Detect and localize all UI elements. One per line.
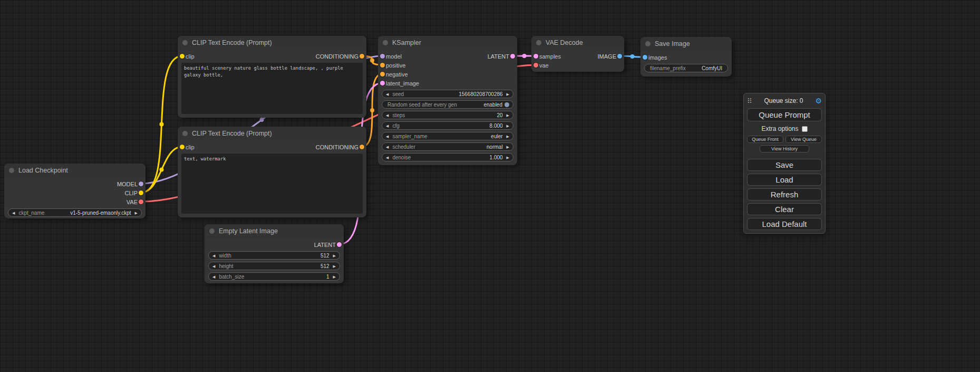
node-ksampler[interactable]: KSampler model LATENT positive negative … [378, 36, 517, 165]
node-empty-latent-image[interactable]: Empty Latent Image LATENT ◀ width 512 ▶ … [205, 224, 344, 283]
menu-drag-handle-icon[interactable]: ⠿ [747, 97, 752, 105]
collapse-dot-icon[interactable] [645, 41, 651, 46]
increment-arrow-icon[interactable]: ▶ [333, 275, 336, 279]
input-port-images[interactable] [643, 55, 647, 60]
input-label-vae: vae [539, 62, 549, 69]
collapse-dot-icon[interactable] [182, 131, 188, 136]
widget-value: enabled [483, 102, 502, 108]
increment-arrow-icon[interactable]: ▶ [507, 135, 509, 138]
load-button[interactable]: Load [747, 174, 822, 186]
collapse-dot-icon[interactable] [9, 168, 14, 173]
node-title-bar[interactable]: Empty Latent Image [205, 224, 344, 238]
toggle-indicator-icon[interactable] [504, 102, 509, 107]
input-port-clip[interactable] [180, 54, 185, 59]
graph-canvas[interactable]: Load Checkpoint MODEL CLIP VAE ◀ ckpt_na… [0, 0, 980, 372]
decrement-arrow-icon[interactable]: ◀ [386, 113, 389, 117]
node-title: Save Image [655, 40, 690, 47]
widget-batch-size[interactable]: ◀ batch_size 1 ▶ [208, 272, 340, 281]
widget-ckpt-name[interactable]: ◀ ckpt_name v1-5-pruned-emaonly.ckpt ▶ [8, 208, 142, 217]
view-queue-button[interactable]: View Queue [785, 136, 822, 143]
increment-arrow-icon[interactable]: ▶ [135, 211, 138, 215]
node-title-bar[interactable]: CLIP Text Encode (Prompt) [178, 36, 366, 50]
input-label-clip: clip [186, 144, 195, 150]
settings-gear-icon[interactable]: ⚙ [815, 97, 822, 105]
increment-arrow-icon[interactable]: ▶ [333, 254, 336, 257]
increment-arrow-icon[interactable]: ▶ [507, 113, 509, 117]
decrement-arrow-icon[interactable]: ◀ [386, 145, 389, 149]
collapse-dot-icon[interactable] [182, 40, 188, 45]
output-port-latent[interactable] [337, 242, 342, 247]
widget-denoise[interactable]: ◀ denoise 1.000 ▶ [382, 153, 513, 161]
widget-random-seed-toggle[interactable]: Random seed after every gen enabled [382, 100, 513, 109]
widget-filename-prefix[interactable]: filename_prefix ComfyUI [644, 64, 728, 72]
link-midpoint-dot [160, 122, 164, 127]
queue-front-button[interactable]: Queue Front [747, 136, 783, 143]
output-port-vae[interactable] [139, 199, 143, 204]
output-port-image[interactable] [617, 54, 622, 59]
increment-arrow-icon[interactable]: ▶ [507, 145, 509, 149]
output-port-latent[interactable] [510, 54, 515, 59]
port-row: positive [378, 61, 517, 70]
node-title-bar[interactable]: CLIP Text Encode (Prompt) [178, 127, 366, 140]
widget-value: normal [487, 144, 503, 150]
increment-arrow-icon[interactable]: ▶ [507, 124, 509, 128]
extra-options-checkbox[interactable] [802, 126, 808, 132]
decrement-arrow-icon[interactable]: ◀ [386, 124, 389, 128]
node-title-bar[interactable]: Load Checkpoint [4, 164, 145, 177]
port-row: CLIP [4, 188, 145, 197]
node-load-checkpoint[interactable]: Load Checkpoint MODEL CLIP VAE ◀ ckpt_na… [4, 164, 145, 218]
widget-name: ckpt_name [18, 210, 44, 216]
widget-seed[interactable]: ◀ seed 156680208700286 ▶ [382, 90, 513, 98]
decrement-arrow-icon[interactable]: ◀ [212, 254, 215, 257]
node-title-bar[interactable]: KSampler [378, 36, 517, 50]
output-port-conditioning[interactable] [360, 54, 364, 59]
widget-steps[interactable]: ◀ steps 20 ▶ [382, 111, 513, 119]
view-history-button[interactable]: View History [760, 145, 809, 152]
input-port-model[interactable] [380, 54, 385, 59]
decrement-arrow-icon[interactable]: ◀ [12, 211, 15, 215]
output-port-model[interactable] [139, 182, 143, 186]
node-title-bar[interactable]: VAE Decode [531, 36, 624, 50]
output-port-clip[interactable] [139, 190, 143, 195]
node-clip-text-encode-positive[interactable]: CLIP Text Encode (Prompt) clip CONDITION… [178, 36, 366, 118]
node-title-bar[interactable]: Save Image [641, 37, 732, 51]
collapse-dot-icon[interactable] [209, 228, 215, 234]
refresh-button[interactable]: Refresh [747, 188, 822, 201]
node-vae-decode[interactable]: VAE Decode samples IMAGE vae [531, 36, 624, 72]
input-port-latent-image[interactable] [380, 81, 385, 85]
decrement-arrow-icon[interactable]: ◀ [386, 156, 389, 159]
save-button[interactable]: Save [747, 159, 822, 171]
node-clip-text-encode-negative[interactable]: CLIP Text Encode (Prompt) clip CONDITION… [178, 127, 366, 217]
widget-scheduler[interactable]: ◀ scheduler normal ▶ [382, 142, 513, 151]
input-port-clip[interactable] [180, 145, 185, 149]
input-port-samples[interactable] [533, 54, 538, 59]
node-save-image[interactable]: Save Image images filename_prefix ComfyU… [641, 37, 732, 77]
input-port-negative[interactable] [380, 72, 385, 77]
positive-prompt-textarea[interactable]: beautiful scenery nature glass bottle la… [181, 63, 363, 114]
collapse-dot-icon[interactable] [536, 40, 541, 45]
decrement-arrow-icon[interactable]: ◀ [386, 92, 389, 96]
port-row: MODEL [4, 179, 145, 188]
decrement-arrow-icon[interactable]: ◀ [386, 135, 389, 138]
link-midpoint-dot [160, 168, 164, 172]
decrement-arrow-icon[interactable]: ◀ [212, 264, 215, 268]
widget-height[interactable]: ◀ height 512 ▶ [208, 262, 340, 270]
queue-size-label: Queue size: 0 [752, 97, 816, 104]
widget-sampler-name[interactable]: ◀ sampler_name euler ▶ [382, 132, 513, 140]
collapse-dot-icon[interactable] [383, 40, 388, 45]
widget-cfg[interactable]: ◀ cfg 8.000 ▶ [382, 121, 513, 130]
increment-arrow-icon[interactable]: ▶ [507, 156, 509, 159]
decrement-arrow-icon[interactable]: ◀ [212, 275, 215, 279]
negative-prompt-textarea[interactable]: text, watermark [181, 154, 363, 214]
port-row: VAE [4, 197, 145, 206]
clear-button[interactable]: Clear [747, 203, 822, 215]
load-default-button[interactable]: Load Default [747, 218, 822, 230]
increment-arrow-icon[interactable]: ▶ [333, 264, 336, 268]
output-port-conditioning[interactable] [360, 145, 364, 149]
input-label-latent-image: latent_image [386, 80, 419, 87]
queue-prompt-button[interactable]: Queue Prompt [747, 108, 822, 121]
widget-width[interactable]: ◀ width 512 ▶ [208, 251, 340, 260]
increment-arrow-icon[interactable]: ▶ [507, 92, 509, 96]
input-port-positive[interactable] [380, 63, 385, 68]
input-port-vae[interactable] [533, 63, 538, 68]
